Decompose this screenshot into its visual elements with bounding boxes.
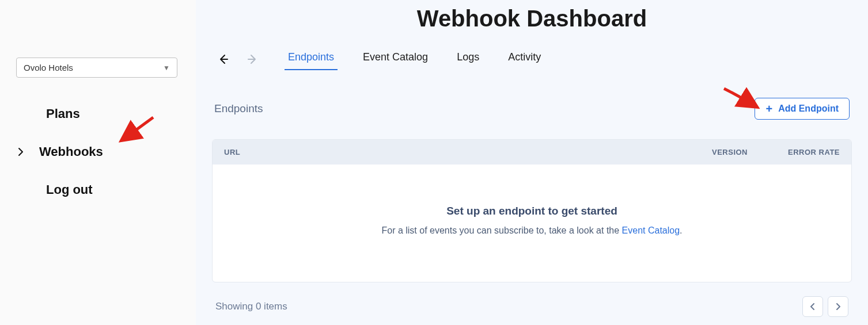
history-back-icon[interactable] <box>215 51 232 67</box>
tab-endpoints[interactable]: Endpoints <box>285 48 338 70</box>
pager-prev-button[interactable] <box>802 296 823 317</box>
tab-event-catalog[interactable]: Event Catalog <box>359 48 431 70</box>
add-endpoint-button[interactable]: + Add Endpoint <box>755 98 850 120</box>
pager-label: Showing 0 items <box>215 301 287 312</box>
caret-down-icon: ▼ <box>163 64 170 72</box>
main-content: Webhook Dashboard Endpoints Event Catalo… <box>196 0 868 325</box>
empty-state-title: Set up an endpoint to get started <box>224 205 840 217</box>
sidebar-item-webhooks[interactable]: Webhooks <box>16 133 180 171</box>
col-error-rate: ERROR RATE <box>748 148 840 156</box>
pager-buttons <box>802 296 848 317</box>
page-title: Webhook Dashboard <box>212 0 852 48</box>
sidebar: Ovolo Hotels ▼ Plans Webhooks Log out <box>0 0 196 325</box>
org-selector[interactable]: Ovolo Hotels ▼ <box>16 58 177 78</box>
tabs-row: Endpoints Event Catalog Logs Activity <box>212 48 852 70</box>
section-title: Endpoints <box>214 102 263 115</box>
col-url: URL <box>224 148 673 156</box>
history-forward-icon[interactable] <box>244 51 260 67</box>
tab-activity[interactable]: Activity <box>505 48 544 70</box>
org-selector-value: Ovolo Hotels <box>24 63 73 72</box>
sidebar-nav: Plans Webhooks Log out <box>16 95 180 209</box>
pager-next-button[interactable] <box>828 296 848 317</box>
section-header: Endpoints + Add Endpoint <box>212 98 852 120</box>
sidebar-item-plans[interactable]: Plans <box>16 95 180 133</box>
sidebar-item-label: Log out <box>46 182 93 197</box>
tabs: Endpoints Event Catalog Logs Activity <box>285 48 544 70</box>
chevron-right-icon <box>16 147 39 156</box>
event-catalog-link[interactable]: Event Catalog <box>622 225 680 235</box>
endpoints-table: URL VERSION ERROR RATE Set up an endpoin… <box>212 139 852 282</box>
empty-desc-post: . <box>680 225 682 235</box>
chevron-left-icon <box>809 303 816 310</box>
sidebar-item-label: Plans <box>46 106 80 121</box>
sidebar-item-label: Webhooks <box>39 144 103 159</box>
col-version: VERSION <box>673 148 748 156</box>
tab-logs[interactable]: Logs <box>453 48 483 70</box>
add-endpoint-label: Add Endpoint <box>778 104 839 114</box>
pager: Showing 0 items <box>212 296 852 317</box>
sidebar-item-logout[interactable]: Log out <box>16 171 180 209</box>
chevron-right-icon <box>835 303 842 310</box>
empty-state-desc: For a list of events you can subscribe t… <box>224 225 840 236</box>
plus-icon: + <box>765 103 772 114</box>
table-header: URL VERSION ERROR RATE <box>213 140 851 165</box>
empty-desc-pre: For a list of events you can subscribe t… <box>381 225 621 235</box>
table-empty-state: Set up an endpoint to get started For a … <box>213 165 851 282</box>
